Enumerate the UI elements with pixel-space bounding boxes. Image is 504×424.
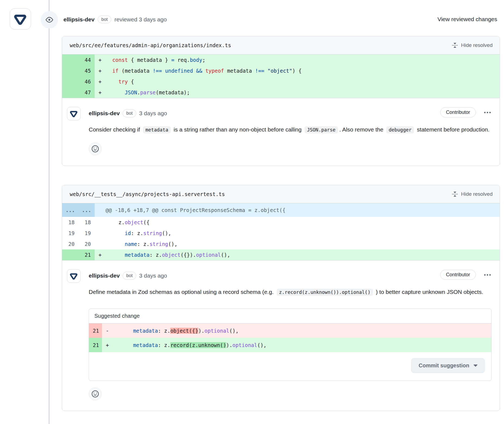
- diff-line-row: 46+ try {: [62, 76, 500, 87]
- diff-sign: +: [102, 342, 114, 348]
- line-number[interactable]: 21: [78, 249, 95, 260]
- diff-line-row: 2020 name: z.string(),: [62, 239, 500, 249]
- kebab-menu-button[interactable]: [483, 272, 492, 278]
- comment-time[interactable]: 3 days ago: [139, 110, 167, 117]
- inline-code: metadata: [143, 126, 171, 133]
- contributor-badge: Contributor: [440, 107, 476, 117]
- hunk-header-text: @@ -18,6 +18,7 @@ const ProjectResponseS…: [95, 207, 500, 213]
- line-number[interactable]: 21: [89, 323, 102, 338]
- fold-icon: [452, 191, 458, 197]
- diff-sign: -: [102, 328, 114, 334]
- contributor-badge: Contributor: [440, 270, 476, 280]
- diff-sign: +: [95, 57, 106, 63]
- hide-resolved-button[interactable]: Hide resolved: [452, 42, 493, 49]
- review-header: ellipsis-dev bot reviewed 3 days ago: [63, 15, 167, 23]
- line-number[interactable]: 21: [89, 338, 102, 352]
- review-comment: ellipsis-dev bot 3 days ago Contributor …: [62, 98, 500, 166]
- hunk-header-row: ......@@ -18,6 +18,7 @@ const ProjectRes…: [62, 203, 500, 217]
- diff-sign: +: [95, 252, 106, 258]
- diff-line-row: 21+ metadata: z.record(z.unknown()).opti…: [89, 338, 491, 352]
- diff-sign: +: [95, 89, 106, 95]
- review-comment: ellipsis-dev bot 3 days ago Contributor …: [62, 260, 500, 411]
- add-reaction-button[interactable]: [89, 387, 102, 400]
- line-number[interactable]: [62, 65, 78, 76]
- code-text: z.object({: [106, 219, 500, 225]
- code-text: metadata: z.object({}).optional(),: [106, 252, 500, 258]
- code-text: metadata: z.record(z.unknown()).optional…: [114, 342, 491, 348]
- review-thread-card: web/src/__tests__/async/projects-api.ser…: [62, 185, 500, 411]
- bot-badge: bot: [123, 272, 136, 280]
- commit-suggestion-button[interactable]: Commit suggestion: [411, 358, 485, 373]
- diff-line-row: 1919 id: z.string(),: [62, 228, 500, 239]
- diff-block: 44+ const { metadata } = req.body;45+ if…: [62, 54, 500, 98]
- code-text: id: z.string(),: [106, 230, 500, 236]
- line-number[interactable]: 18: [62, 217, 78, 228]
- line-number[interactable]: 47: [78, 87, 95, 98]
- code-text: metadata: z.object({}).optional(),: [114, 328, 491, 334]
- line-number[interactable]: [62, 249, 78, 260]
- reviewer-name[interactable]: ellipsis-dev: [63, 16, 94, 23]
- line-number[interactable]: 45: [78, 65, 95, 76]
- smiley-icon: [92, 390, 99, 397]
- add-reaction-button[interactable]: [89, 142, 102, 155]
- diff-sign: +: [95, 68, 106, 74]
- review-event-badge: [41, 11, 58, 28]
- line-number[interactable]: 46: [78, 76, 95, 87]
- ellipsis-logo-icon: [13, 12, 27, 26]
- comment-avatar[interactable]: [67, 269, 81, 283]
- code-text: name: z.string(),: [106, 241, 500, 247]
- smiley-icon: [92, 145, 99, 152]
- line-number[interactable]: [62, 54, 78, 65]
- line-number[interactable]: 20: [62, 239, 78, 249]
- line-number[interactable]: [62, 87, 78, 98]
- file-header: web/src/ee/features/admin-api/organizati…: [62, 36, 500, 54]
- comment-header-right: Contributor: [440, 107, 492, 117]
- line-number[interactable]: [62, 76, 78, 87]
- diff-line-row: 21+ metadata: z.object({}).optional(),: [62, 249, 500, 260]
- view-reviewed-changes-link[interactable]: View reviewed changes: [438, 16, 497, 23]
- line-number[interactable]: ...: [62, 203, 78, 217]
- suggested-change-title: Suggested change: [89, 309, 491, 323]
- bot-badge: bot: [98, 15, 111, 23]
- diff-line-row: 44+ const { metadata } = req.body;: [62, 54, 500, 65]
- chevron-down-icon: [474, 364, 477, 367]
- inline-code: debugger: [386, 126, 414, 133]
- suggested-change-box: Suggested change 21- metadata: z.object(…: [89, 309, 492, 381]
- line-number[interactable]: ...: [78, 203, 95, 217]
- reviewer-avatar[interactable]: [10, 8, 31, 30]
- comment-time[interactable]: 3 days ago: [139, 272, 167, 279]
- comment-author[interactable]: ellipsis-dev: [89, 272, 120, 279]
- hide-resolved-label: Hide resolved: [461, 42, 493, 48]
- comment-author[interactable]: ellipsis-dev: [89, 110, 120, 117]
- comment-header-right: Contributor: [440, 270, 492, 280]
- kebab-icon: [484, 274, 491, 276]
- file-path-link[interactable]: web/src/ee/features/admin-api/organizati…: [70, 42, 231, 48]
- bot-badge: bot: [123, 109, 136, 117]
- eye-icon: [46, 16, 53, 24]
- code-text: if (metadata !== undefined && typeof met…: [106, 68, 500, 74]
- line-number[interactable]: 44: [78, 54, 95, 65]
- diff-line-row: 21- metadata: z.object({}).optional(),: [89, 323, 491, 338]
- inline-code: z.record(z.unknown()).optional(): [277, 289, 373, 296]
- commit-suggestion-label: Commit suggestion: [419, 362, 469, 369]
- comment-body: Define metadata in Zod schemas as option…: [89, 286, 492, 298]
- file-path-link[interactable]: web/src/__tests__/async/projects-api.ser…: [70, 191, 225, 197]
- timeline-line: [49, 0, 50, 424]
- line-number[interactable]: 20: [78, 239, 95, 249]
- inline-code: JSON.parse: [305, 126, 338, 133]
- suggestion-diff: 21- metadata: z.object({}).optional(),21…: [89, 323, 491, 352]
- comment-avatar[interactable]: [67, 107, 81, 120]
- review-thread-card: web/src/ee/features/admin-api/organizati…: [62, 36, 500, 166]
- line-number[interactable]: 18: [78, 217, 95, 228]
- fold-icon: [452, 42, 458, 49]
- kebab-icon: [484, 111, 491, 114]
- line-number[interactable]: 19: [62, 228, 78, 239]
- line-number[interactable]: 19: [78, 228, 95, 239]
- comment-header: ellipsis-dev bot 3 days ago: [89, 270, 492, 282]
- hide-resolved-button[interactable]: Hide resolved: [452, 191, 493, 197]
- kebab-menu-button[interactable]: [483, 110, 492, 115]
- code-text: JSON.parse(metadata);: [106, 89, 500, 95]
- diff-line-row: 45+ if (metadata !== undefined && typeof…: [62, 65, 500, 76]
- diff-block: ......@@ -18,6 +18,7 @@ const ProjectRes…: [62, 203, 500, 260]
- file-header: web/src/__tests__/async/projects-api.ser…: [62, 185, 500, 203]
